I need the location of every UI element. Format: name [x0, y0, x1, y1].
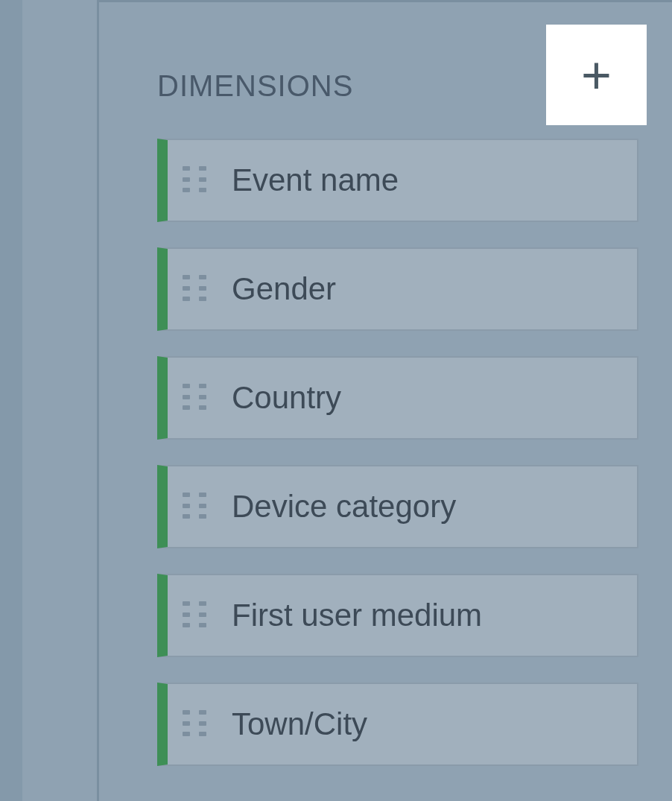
dimension-label: Country — [232, 380, 341, 416]
section-title: DIMENSIONS — [157, 69, 353, 103]
dimension-label: Gender — [232, 271, 336, 307]
dimension-item-device-category[interactable]: Device category — [157, 465, 638, 548]
drag-handle-icon[interactable] — [183, 493, 211, 521]
dimension-label: Event name — [232, 162, 399, 198]
drag-handle-icon[interactable] — [183, 710, 211, 738]
drag-handle-icon[interactable] — [183, 601, 211, 630]
dimension-item-first-user-medium[interactable]: First user medium — [157, 574, 638, 657]
dimensions-list: Event name Gender Country — [99, 139, 672, 766]
drag-handle-icon[interactable] — [183, 384, 211, 412]
plus-icon: + — [581, 49, 612, 101]
outer-frame: DIMENSIONS + Event name Gen — [0, 0, 672, 801]
dimension-item-town-city[interactable]: Town/City — [157, 683, 638, 766]
dimension-item-gender[interactable]: Gender — [157, 247, 638, 331]
dimensions-panel: DIMENSIONS + Event name Gen — [97, 0, 672, 801]
drag-handle-icon[interactable] — [183, 166, 211, 194]
dimension-label: First user medium — [232, 598, 482, 633]
add-dimension-button[interactable]: + — [546, 25, 647, 125]
dimension-item-country[interactable]: Country — [157, 356, 638, 440]
section-header: DIMENSIONS + — [99, 2, 672, 125]
drag-handle-icon[interactable] — [183, 275, 211, 303]
dimension-item-event-name[interactable]: Event name — [157, 139, 638, 222]
dimension-label: Town/City — [232, 706, 367, 742]
dimension-label: Device category — [232, 489, 456, 525]
